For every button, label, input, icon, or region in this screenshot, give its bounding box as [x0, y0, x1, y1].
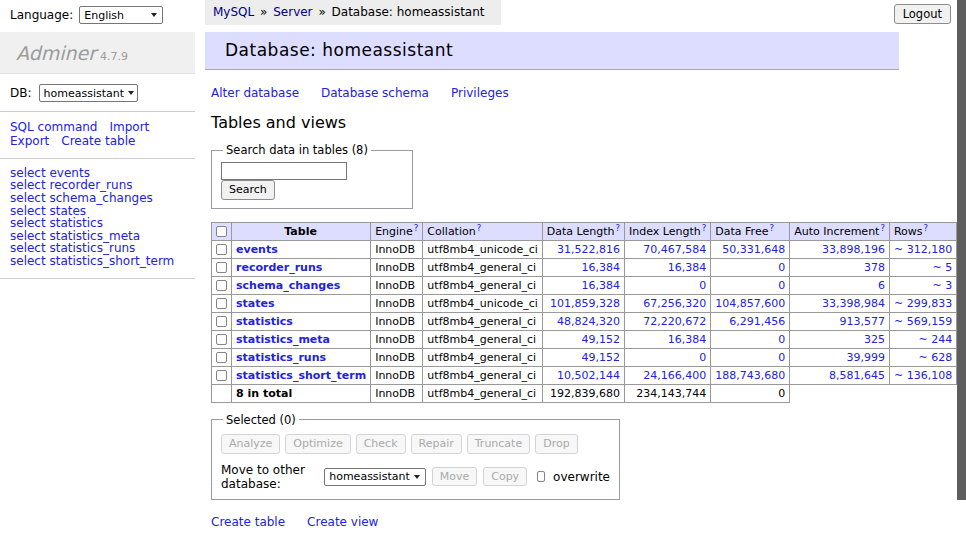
- row-checkbox[interactable]: [216, 370, 227, 381]
- row-checkbox[interactable]: [216, 244, 227, 255]
- column-help-link[interactable]: ?: [924, 223, 929, 233]
- selected-action-button[interactable]: Check: [356, 434, 406, 454]
- select-all-checkbox[interactable]: [216, 226, 227, 237]
- row-checkbox[interactable]: [216, 262, 227, 273]
- auto-increment-link[interactable]: 913,577: [839, 315, 885, 328]
- auto-increment-link[interactable]: 378: [864, 261, 885, 274]
- data-length-link[interactable]: 16,384: [582, 279, 621, 292]
- data-free-link[interactable]: 0: [778, 333, 785, 346]
- language-select[interactable]: English: [79, 6, 163, 24]
- column-help-link[interactable]: ?: [880, 223, 885, 233]
- data-free-link[interactable]: 50,331,648: [722, 243, 785, 256]
- data-free-link[interactable]: 104,857,600: [715, 297, 785, 310]
- data-length-link[interactable]: 16,384: [582, 261, 621, 274]
- row-checkbox[interactable]: [216, 316, 227, 327]
- selected-action-button[interactable]: Analyze: [221, 434, 280, 454]
- column-help-link[interactable]: ?: [616, 223, 621, 233]
- data-free-link[interactable]: 188,743,680: [715, 369, 785, 382]
- selected-action-button[interactable]: Drop: [535, 434, 577, 454]
- sidebar-item-select-table[interactable]: select statistics_short_term: [10, 255, 195, 268]
- search-input[interactable]: [221, 162, 347, 180]
- data-length-link[interactable]: 49,152: [582, 333, 621, 346]
- row-checkbox[interactable]: [216, 280, 227, 291]
- database-action-link[interactable]: Privileges: [451, 86, 509, 100]
- data-length-link[interactable]: 31,522,816: [557, 243, 620, 256]
- column-help-link[interactable]: ?: [414, 223, 419, 233]
- table-name-link[interactable]: statistics_meta: [236, 333, 330, 346]
- rows-count-link[interactable]: ~ 628: [918, 351, 952, 364]
- auto-increment-link[interactable]: 6: [878, 279, 885, 292]
- search-button[interactable]: Search: [221, 180, 275, 200]
- table-name-link[interactable]: statistics: [236, 315, 293, 328]
- version-link[interactable]: 4.7.9: [100, 50, 128, 63]
- row-checkbox[interactable]: [216, 352, 227, 363]
- database-action-link[interactable]: Database schema: [321, 86, 429, 100]
- rows-count-link[interactable]: ~ 569,159: [894, 315, 952, 328]
- table-name-link[interactable]: events: [236, 243, 278, 256]
- data-free-link[interactable]: 0: [778, 261, 785, 274]
- auto-increment-link[interactable]: 33,398,984: [822, 297, 885, 310]
- index-length-link[interactable]: 67,256,320: [643, 297, 706, 310]
- index-length-link[interactable]: 16,384: [668, 261, 707, 274]
- data-free-link[interactable]: 0: [778, 279, 785, 292]
- index-length-link[interactable]: 0: [699, 279, 706, 292]
- db-select[interactable]: homeassistant: [39, 84, 138, 102]
- rows-count-link[interactable]: ~ 244: [918, 333, 952, 346]
- row-checkbox[interactable]: [216, 298, 227, 309]
- sidebar-link[interactable]: Create table: [61, 134, 135, 148]
- database-action-link[interactable]: Alter database: [211, 86, 299, 100]
- auto-increment-link[interactable]: 325: [864, 333, 885, 346]
- data-free-link[interactable]: 6,291,456: [729, 315, 785, 328]
- rows-count-link[interactable]: ~ 136,108: [894, 369, 952, 382]
- rows-count-link[interactable]: ~ 312,180: [894, 243, 952, 256]
- auto-increment-link[interactable]: 33,898,196: [822, 243, 885, 256]
- selected-action-button[interactable]: Optimize: [285, 434, 350, 454]
- auto-increment-link[interactable]: 39,999: [846, 351, 885, 364]
- table-name-cell: statistics_meta: [232, 330, 371, 348]
- language-row: Language: English: [0, 0, 195, 31]
- row-checkbox[interactable]: [216, 334, 227, 345]
- data-length-link[interactable]: 101,859,328: [550, 297, 620, 310]
- column-help-link[interactable]: ?: [769, 223, 774, 233]
- create-link[interactable]: Create view: [307, 515, 378, 529]
- row-checkbox-cell: [212, 348, 232, 366]
- scrollbar-thumb[interactable]: [957, 0, 966, 500]
- column-help-link[interactable]: ?: [702, 223, 707, 233]
- rows-count-link[interactable]: ~ 5: [932, 261, 952, 274]
- rows-count-link[interactable]: ~ 3: [932, 279, 952, 292]
- breadcrumb-mysql-link[interactable]: MySQL: [213, 5, 254, 19]
- index-length-link[interactable]: 72,220,672: [643, 315, 706, 328]
- create-link[interactable]: Create table: [211, 515, 285, 529]
- sidebar-item-select-table[interactable]: select schema_changes: [10, 192, 195, 205]
- column-help-link[interactable]: ?: [477, 223, 482, 233]
- index-length-link[interactable]: 70,467,584: [643, 243, 706, 256]
- overwrite-checkbox[interactable]: [537, 471, 545, 482]
- data-length-link[interactable]: 48,824,320: [557, 315, 620, 328]
- scrollbar-track[interactable]: [957, 0, 966, 543]
- table-name-link[interactable]: recorder_runs: [236, 261, 322, 274]
- index-length-link[interactable]: 16,384: [668, 333, 707, 346]
- data-free-cell: 0: [711, 348, 790, 366]
- data-length-link[interactable]: 49,152: [582, 351, 621, 364]
- sidebar-link[interactable]: Import: [109, 120, 149, 134]
- sidebar-link[interactable]: Export: [10, 134, 49, 148]
- index-length-link[interactable]: 24,166,400: [643, 369, 706, 382]
- sidebar-link[interactable]: SQL command: [10, 120, 97, 134]
- move-db-select[interactable]: homeassistant: [324, 468, 426, 486]
- table-name-link[interactable]: statistics_short_term: [236, 369, 366, 382]
- selected-action-button[interactable]: Repair: [411, 434, 462, 454]
- data-length-link[interactable]: 10,502,144: [557, 369, 620, 382]
- table-name-link[interactable]: statistics_runs: [236, 351, 326, 364]
- table-name-link[interactable]: states: [236, 297, 275, 310]
- sidebar-item-select-table[interactable]: select statistics: [10, 217, 195, 230]
- move-button[interactable]: Move: [432, 467, 478, 487]
- data-free-link[interactable]: 0: [778, 351, 785, 364]
- selected-action-button[interactable]: Truncate: [467, 434, 530, 454]
- table-name-link[interactable]: schema_changes: [236, 279, 340, 292]
- rows-count-link[interactable]: ~ 299,833: [894, 297, 952, 310]
- breadcrumb-server-link[interactable]: Server: [273, 5, 312, 19]
- auto-increment-link[interactable]: 8,581,645: [829, 369, 885, 382]
- index-length-link[interactable]: 0: [699, 351, 706, 364]
- copy-button[interactable]: Copy: [483, 467, 527, 487]
- brand-link[interactable]: Adminer: [16, 42, 96, 64]
